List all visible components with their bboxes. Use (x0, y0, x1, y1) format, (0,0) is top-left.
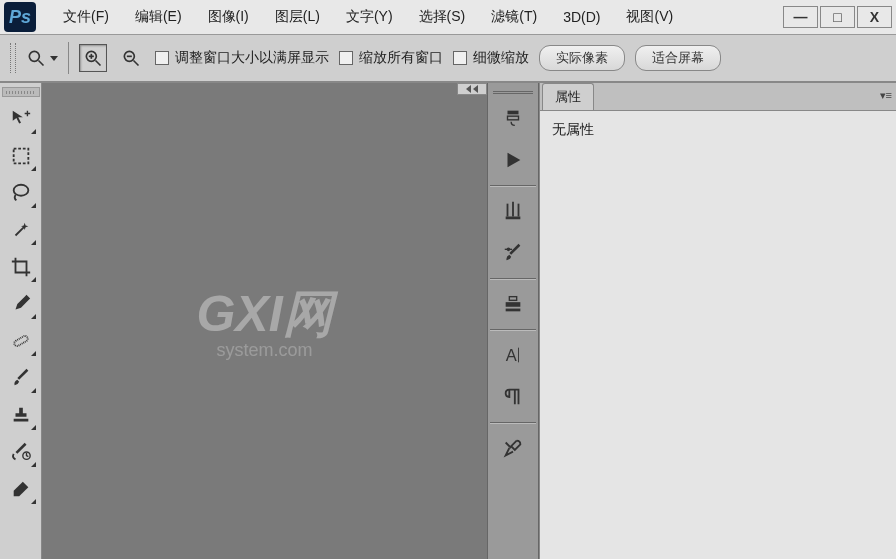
strip-grip[interactable] (489, 87, 537, 97)
ps-logo[interactable]: Ps (4, 2, 36, 32)
toolbox-grip[interactable] (2, 87, 40, 97)
brushes-icon (502, 200, 524, 222)
eraser-tool[interactable] (4, 472, 38, 506)
character-panel-button[interactable]: A (491, 336, 535, 374)
maximize-button[interactable]: □ (820, 6, 855, 28)
crop-tool[interactable] (4, 250, 38, 284)
checkbox-icon (453, 51, 467, 65)
svg-rect-19 (506, 217, 521, 220)
magic-wand-tool[interactable] (4, 213, 38, 247)
bandaid-icon (10, 330, 32, 352)
divider (490, 422, 536, 423)
brush-tool[interactable] (4, 361, 38, 395)
svg-line-8 (134, 61, 139, 66)
watermark-sub: system.com (196, 340, 332, 361)
menu-filter[interactable]: 滤镜(T) (481, 4, 547, 30)
wand-icon (10, 219, 32, 241)
character-icon: A (502, 344, 524, 366)
zoom-out-button[interactable] (117, 44, 145, 72)
move-icon (10, 108, 32, 130)
menu-type[interactable]: 文字(Y) (336, 4, 403, 30)
divider (490, 185, 536, 186)
divider (490, 329, 536, 330)
history-panel-button[interactable] (491, 99, 535, 137)
options-grip[interactable] (10, 43, 16, 73)
marquee-tool[interactable] (4, 139, 38, 173)
canvas-area: GXI网 system.com (42, 83, 487, 559)
svg-point-0 (29, 51, 39, 61)
zoom-all-label: 缩放所有窗口 (359, 49, 443, 67)
history-icon (502, 107, 524, 129)
options-bar: 调整窗口大小以满屏显示 缩放所有窗口 细微缩放 实际像素 适合屏幕 (0, 35, 896, 83)
stamp-icon (10, 404, 32, 426)
svg-rect-14 (508, 111, 519, 115)
resize-to-fit-checkbox[interactable]: 调整窗口大小以满屏显示 (155, 49, 329, 67)
brush-preset-icon (502, 242, 524, 264)
properties-panel-body: 无属性 (540, 111, 896, 559)
zoom-all-checkbox[interactable]: 缩放所有窗口 (339, 49, 443, 67)
svg-rect-9 (13, 149, 28, 164)
panel-menu-button[interactable]: ▾≡ (880, 89, 892, 102)
healing-tool[interactable] (4, 324, 38, 358)
stamp-tool[interactable] (4, 398, 38, 432)
menubar: Ps 文件(F) 编辑(E) 图像(I) 图层(L) 文字(Y) 选择(S) 滤… (0, 0, 896, 35)
minimize-button[interactable]: — (783, 6, 818, 28)
menu-view[interactable]: 视图(V) (616, 4, 683, 30)
zoom-tool-indicator[interactable] (26, 48, 58, 68)
paragraph-panel-button[interactable] (491, 378, 535, 416)
main-area: GXI网 system.com A 属性 ▾≡ 无属性 (0, 83, 896, 559)
no-properties-text: 无属性 (552, 121, 594, 137)
scrubby-zoom-checkbox[interactable]: 细微缩放 (453, 49, 529, 67)
play-icon (502, 149, 524, 171)
brush-icon (10, 367, 32, 389)
tab-properties[interactable]: 属性 (542, 83, 594, 110)
watermark: GXI网 system.com (196, 281, 332, 361)
panel-tab-bar: 属性 ▾≡ (540, 83, 896, 111)
lasso-icon (10, 182, 32, 204)
menu-image[interactable]: 图像(I) (198, 4, 259, 30)
resize-to-fit-label: 调整窗口大小以满屏显示 (175, 49, 329, 67)
svg-point-10 (13, 185, 28, 196)
svg-rect-15 (508, 116, 519, 120)
history-brush-icon (10, 441, 32, 463)
actual-pixels-button[interactable]: 实际像素 (539, 45, 625, 71)
lasso-tool[interactable] (4, 176, 38, 210)
close-button[interactable]: X (857, 6, 892, 28)
zoom-in-button[interactable] (79, 44, 107, 72)
svg-rect-23 (506, 302, 521, 307)
history-brush-tool[interactable] (4, 435, 38, 469)
eraser-icon (10, 478, 32, 500)
crop-icon (10, 256, 32, 278)
window-controls: — □ X (783, 6, 892, 28)
divider (490, 278, 536, 279)
actions-panel-button[interactable] (491, 141, 535, 179)
svg-rect-12 (13, 335, 28, 347)
collapsed-panel-strip: A (487, 83, 539, 559)
menu-select[interactable]: 选择(S) (409, 4, 476, 30)
watermark-main: GXI网 (196, 286, 332, 342)
scrubby-zoom-label: 细微缩放 (473, 49, 529, 67)
eyedropper-icon (10, 293, 32, 315)
marquee-icon (10, 145, 32, 167)
svg-rect-22 (509, 297, 516, 301)
menu-file[interactable]: 文件(F) (53, 4, 119, 30)
properties-panel: 属性 ▾≡ 无属性 (539, 83, 896, 559)
svg-line-11 (15, 226, 24, 235)
checkbox-icon (155, 51, 169, 65)
clone-source-panel-button[interactable] (491, 285, 535, 323)
svg-line-1 (39, 61, 44, 66)
brush-presets-panel-button[interactable] (491, 234, 535, 272)
tool-presets-panel-button[interactable] (491, 429, 535, 467)
svg-text:A: A (506, 346, 517, 364)
clone-source-icon (502, 293, 524, 315)
menu-edit[interactable]: 编辑(E) (125, 4, 192, 30)
move-tool[interactable] (4, 102, 38, 136)
fit-screen-button[interactable]: 适合屏幕 (635, 45, 721, 71)
svg-line-5 (96, 61, 101, 66)
menu-layer[interactable]: 图层(L) (265, 4, 330, 30)
menu-3d[interactable]: 3D(D) (553, 5, 610, 29)
brushes-panel-button[interactable] (491, 192, 535, 230)
zoom-in-icon (83, 48, 103, 68)
eyedropper-tool[interactable] (4, 287, 38, 321)
collapse-panels-button[interactable] (457, 83, 487, 95)
